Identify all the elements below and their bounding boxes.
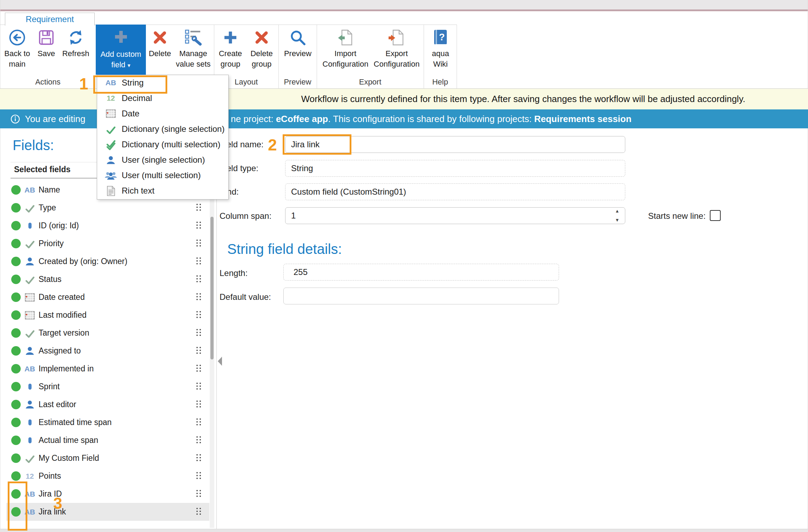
drag-handle[interactable] [196,275,201,282]
field-row-points[interactable]: 12Points [6,467,209,485]
drag-handle[interactable] [196,347,201,354]
aqua-wiki-button[interactable]: ? aqua Wiki [426,27,454,69]
drag-handle[interactable] [196,508,201,515]
tab-requirement[interactable]: Requirement [5,13,95,26]
panel-collapse-arrow-icon[interactable] [217,356,222,368]
field-row-implemented-in[interactable]: ABImplemented in [6,360,209,378]
drag-handle[interactable] [196,365,201,372]
annotation-number-2: 2 [268,135,277,154]
field-row-label: Actual time span [39,431,98,449]
drag-handle[interactable] [196,240,201,247]
create-group-button[interactable]: Create group [217,27,244,69]
stepper-down-icon[interactable]: ▼ [615,218,620,223]
delete-group-button[interactable]: Delete group [248,27,276,69]
field-row-status[interactable]: Status [6,270,209,288]
menu-item-dictionary-single-selection[interactable]: Dictionary (single selection) [97,121,228,137]
export-configuration-button[interactable]: Export Configuration [371,27,422,69]
back-to-main-button[interactable]: Back to main [3,27,32,69]
field-row-assigned-to[interactable]: Assigned to [6,342,209,360]
editing-banner-left-text: You are editing [25,109,86,128]
annotation-box-2 [283,134,351,155]
richtext-icon [104,186,117,196]
field-row-jira-id[interactable]: ABJira ID [6,485,209,503]
field-enabled-dot [11,221,21,230]
date-icon [23,306,36,324]
save-button[interactable]: Save [34,27,58,59]
drag-handle[interactable] [196,436,201,443]
user-icon [23,252,36,270]
field-row-estimated-time-span[interactable]: Estimated time span [6,413,209,431]
drag-handle[interactable] [196,454,201,461]
selected-fields-header: Selected fields [14,165,70,174]
field-row-type[interactable]: Type [6,199,209,217]
menu-item-dictionary-multi-selection[interactable]: Dictionary (multi selection) [97,137,228,152]
field-row-target-version[interactable]: Target version [6,324,209,342]
add-custom-field-button[interactable]: Add custom field ▾ [96,25,146,75]
field-enabled-dot [11,310,21,320]
field-row-label: Assigned to [39,342,81,360]
field-row-created-by-orig-owner[interactable]: Created by (orig: Owner) [6,252,209,270]
field-row-label: Estimated time span [39,413,112,431]
drag-handle[interactable] [196,311,201,318]
menu-item-rich-text[interactable]: Rich text [97,183,228,198]
field-row-id-orig-id[interactable]: ID (orig: Id) [6,217,209,235]
user-multi-icon [104,171,117,180]
refresh-button[interactable]: Refresh [60,27,91,59]
fields-scrollbar-thumb[interactable] [210,217,214,359]
column-span-stepper[interactable]: 1 ▲ ▼ [285,207,625,224]
tab-requirement-label: Requirement [26,14,74,24]
info-icon [11,114,20,124]
import-document-icon [320,27,371,48]
field-row-label: Points [39,467,61,485]
field-enabled-dot [11,275,21,284]
preview-button[interactable]: Preview [281,27,315,59]
drag-handle[interactable] [196,400,201,408]
menu-item-user-single-selection[interactable]: User (single selection) [97,152,228,168]
manage-value-sets-button[interactable]: Manage value sets [174,27,213,69]
field-enabled-dot [11,453,21,463]
drag-handle[interactable] [196,293,201,300]
starts-new-line-checkbox[interactable] [710,210,721,221]
drag-handle[interactable] [196,383,201,390]
menu-item-user-multi-selection[interactable]: User (multi selection) [97,168,228,183]
refresh-icon [60,27,91,48]
field-row-my-custom-field[interactable]: My Custom Field [6,449,209,467]
drag-handle[interactable] [196,472,201,479]
delete-button[interactable]: Delete [147,27,173,59]
default-value-label: Default value: [220,292,271,302]
field-row-actual-time-span[interactable]: Actual time span [6,431,209,449]
dropdown-caret-icon: ▾ [128,62,130,68]
editing-banner-right-text: ne project: eCoffee app. This configurat… [231,109,632,128]
field-enabled-dot [11,203,21,213]
annotation-number-3: 3 [53,494,62,513]
field-row-label: Target version [39,324,89,342]
default-value-input[interactable] [283,288,559,304]
dict-multi-icon [104,139,117,150]
drag-handle[interactable] [196,490,201,497]
field-enabled-dot [11,418,21,427]
dict-icon [23,235,36,252]
menu-item-date[interactable]: Date [97,106,228,121]
field-row-priority[interactable]: Priority [6,235,209,252]
wiki-book-icon: ? [426,27,454,48]
drag-handle[interactable] [196,257,201,264]
length-value: 255 [283,264,559,281]
drag-handle[interactable] [196,204,201,211]
field-enabled-dot [11,185,21,195]
import-configuration-button[interactable]: Import Configuration [320,27,371,69]
drag-handle[interactable] [196,222,201,229]
stepper-up-icon[interactable]: ▲ [615,209,620,214]
plus-icon [96,25,146,49]
project-name: eCoffee app [276,114,328,124]
menu-item-label: Dictionary (multi selection) [122,140,220,149]
menu-item-label: Date [122,109,140,119]
field-row-last-modified[interactable]: Last modified [6,306,209,324]
field-row-jira-link[interactable]: ABJira link [6,503,209,521]
field-enabled-dot [11,257,21,266]
field-row-date-created[interactable]: Date created [6,288,209,306]
ribbon-separator [457,25,457,88]
drag-handle[interactable] [196,329,201,336]
field-row-last-editor[interactable]: Last editor [6,396,209,413]
field-row-sprint[interactable]: Sprint [6,378,209,396]
drag-handle[interactable] [196,418,201,425]
